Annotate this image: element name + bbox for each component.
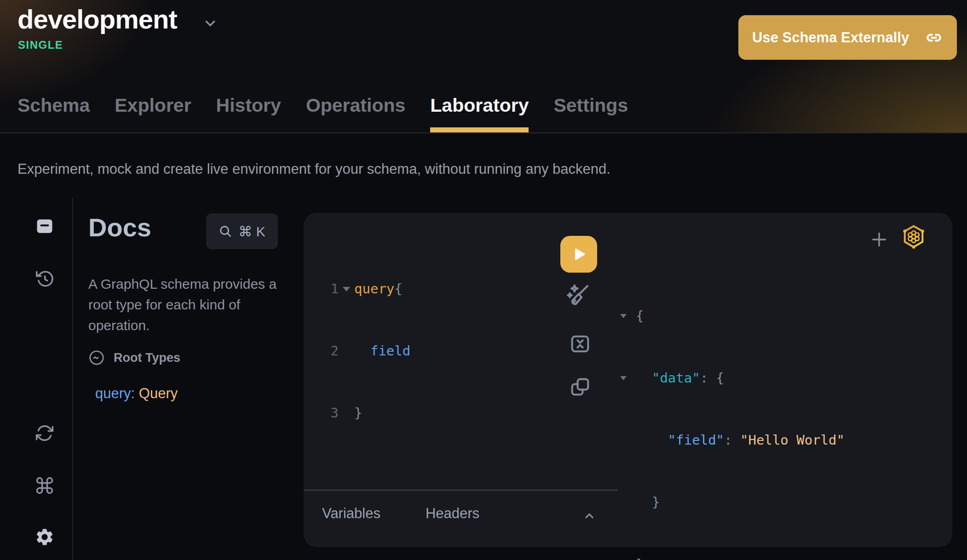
editor-line-2: 2 field [325,341,410,361]
response-viewer: { "data": { "field": "Hello World" } } [620,264,845,560]
add-tab-button[interactable] [868,228,891,251]
root-field-separator: : [131,385,139,401]
root-field-name: query [95,385,131,401]
execute-query-button[interactable] [560,236,597,273]
main-nav-tabs: Schema Explorer History Operations Labor… [17,95,628,132]
project-title: development [17,4,177,34]
editor-footer-tabs: Variables Headers [322,505,479,522]
use-schema-externally-button[interactable]: Use Schema Externally [738,15,957,60]
sidebar-divider [72,198,73,560]
link-icon [925,29,943,47]
tab-variables[interactable]: Variables [322,505,380,522]
tab-schema[interactable]: Schema [17,95,90,132]
token-brace: { [394,281,402,297]
keyboard-shortcuts-icon[interactable] [35,475,55,496]
tab-history[interactable]: History [216,95,281,132]
tab-settings[interactable]: Settings [553,95,628,132]
laboratory-page: development SINGLE Use Schema Externally… [0,0,967,560]
editor-line-1: 1 query{ [325,279,410,299]
fold-arrow-icon[interactable] [620,314,636,318]
play-icon [569,244,589,264]
token-brace: } [636,554,644,560]
root-types-section-header: Root Types [88,349,180,366]
page-header: development SINGLE Use Schema Externally… [0,0,967,133]
editor-line-3: 3 } [325,403,410,423]
token-indent [354,343,370,359]
root-field-type: Query [139,385,178,401]
root-types-icon [88,349,105,366]
token-brace: { [636,306,644,326]
tab-explorer[interactable]: Explorer [115,95,191,132]
token-brace: } [354,403,362,423]
token-json-string: "Hello World" [740,432,845,448]
tab-headers[interactable]: Headers [426,505,479,522]
tab-operations[interactable]: Operations [306,95,405,132]
reload-schema-icon[interactable] [35,423,55,443]
use-schema-externally-label: Use Schema Externally [752,29,909,46]
tab-laboratory[interactable]: Laboratory [430,95,529,132]
query-editor[interactable]: 1 query{ 2 field 3 } [325,237,410,465]
fold-arrow-icon[interactable] [620,376,636,380]
token-json-key: "field" [668,432,724,448]
hive-logo-icon[interactable] [901,223,927,251]
docs-icon[interactable] [35,216,55,236]
root-field-query-link[interactable]: query: Query [95,385,178,402]
copy-query-button[interactable] [566,373,594,401]
docs-panel-title: Docs [88,212,151,242]
docs-description: A GraphQL schema provides a root type fo… [88,274,287,336]
response-line-4: } [620,492,845,513]
root-types-label: Root Types [114,351,180,365]
settings-gear-icon[interactable] [35,527,55,547]
editor-footer-divider [304,490,618,491]
line-number: 3 [325,403,339,423]
history-icon[interactable] [35,269,55,289]
token-field: field [370,343,410,359]
schema-mode-badge: SINGLE [18,39,63,51]
response-line-3: "field": "Hello World" [620,430,845,451]
token-keyword: query [354,281,394,297]
search-shortcut-label: ⌘ K [238,223,265,240]
response-line-1: { [620,306,845,326]
response-line-2: "data": { [620,368,845,389]
collapse-footer-chevron-icon[interactable] [581,508,597,524]
project-switcher-chevron-icon[interactable] [202,16,218,33]
page-subtitle: Experiment, mock and create live environ… [17,161,610,177]
line-number: 1 [325,279,339,299]
response-line-5: } [620,554,845,560]
prettify-query-button[interactable] [564,281,593,309]
search-icon [219,224,232,238]
fold-arrow-icon[interactable] [339,287,354,291]
token-json-key: "data" [652,370,700,386]
graphiql-panel: 1 query{ 2 field 3 } [304,213,952,547]
token-brace: } [652,494,660,510]
docs-search-button[interactable]: ⌘ K [206,213,278,249]
merge-fragments-button[interactable] [566,330,594,358]
line-number: 2 [325,341,339,361]
